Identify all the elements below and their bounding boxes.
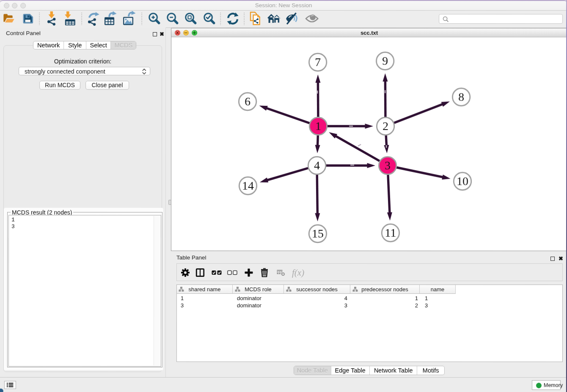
svg-text:f(x): f(x) bbox=[292, 268, 304, 278]
svg-text:2: 2 bbox=[383, 119, 388, 133]
svg-text:11: 11 bbox=[385, 226, 396, 239]
svg-text:10: 10 bbox=[457, 174, 468, 188]
svg-text:3: 3 bbox=[385, 159, 391, 172]
svg-text:9: 9 bbox=[382, 54, 388, 67]
svg-text:1: 1 bbox=[315, 119, 321, 133]
svg-text:15: 15 bbox=[312, 227, 324, 240]
svg-text:8: 8 bbox=[458, 90, 464, 103]
svg-text:14: 14 bbox=[242, 179, 254, 192]
svg-text:6: 6 bbox=[245, 95, 250, 108]
svg-text:7: 7 bbox=[315, 55, 321, 69]
svg-text:4: 4 bbox=[314, 159, 320, 172]
